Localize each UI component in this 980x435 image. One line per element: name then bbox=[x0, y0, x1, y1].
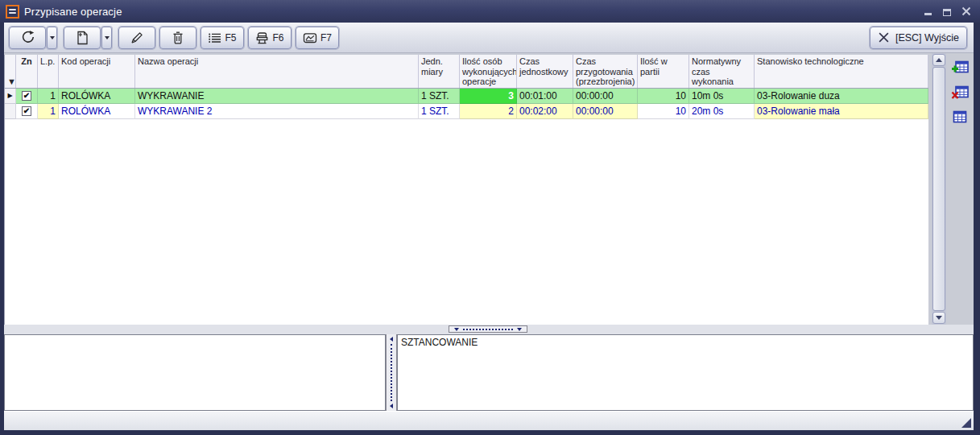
table-add-button[interactable] bbox=[951, 60, 969, 75]
row-indicator-icon: ▶ bbox=[5, 89, 16, 104]
column-header-nazwa-operacji[interactable]: Nazwa operacji bbox=[135, 55, 419, 88]
cell-jedn-miary[interactable]: 1 SZT. bbox=[419, 89, 460, 104]
zn-checkbox[interactable]: ✔ bbox=[22, 91, 31, 101]
edit-button[interactable] bbox=[118, 27, 155, 49]
app-window: Przypisane operacje bbox=[0, 0, 980, 435]
f5-label: F5 bbox=[225, 32, 236, 44]
window-title: Przypisane operacje bbox=[24, 6, 122, 18]
refresh-button[interactable] bbox=[9, 27, 46, 49]
add-dropdown-button[interactable] bbox=[101, 27, 112, 49]
machine-icon bbox=[255, 31, 269, 44]
column-header-stanowisko[interactable]: Stanowisko technologiczne bbox=[755, 55, 928, 88]
close-icon bbox=[961, 6, 971, 16]
grid-area: ▼ Zn L.p. Kod operacji Nazwa operacji Je… bbox=[4, 53, 932, 325]
grid-header-row: ▼ Zn L.p. Kod operacji Nazwa operacji Je… bbox=[5, 55, 928, 89]
column-header-kod-operacji[interactable]: Kod operacji bbox=[59, 55, 135, 88]
grid-empty-area bbox=[5, 119, 928, 325]
collapse-left-icon bbox=[390, 404, 393, 408]
column-header-zn[interactable]: Zn bbox=[16, 55, 38, 88]
chevron-down-icon bbox=[105, 36, 110, 39]
minimize-button[interactable] bbox=[922, 6, 933, 16]
cell-zn: ✔ bbox=[16, 89, 38, 104]
list-f5-button[interactable]: F5 bbox=[201, 27, 244, 49]
splitter-dots bbox=[391, 344, 392, 401]
resize-grip[interactable] bbox=[961, 418, 971, 428]
cell-ilosc-osob[interactable]: 2 bbox=[460, 104, 517, 119]
splitter-dots bbox=[463, 329, 513, 330]
cell-lp[interactable]: 1 bbox=[38, 89, 59, 104]
maximize-icon bbox=[943, 9, 951, 16]
f7-label: F7 bbox=[320, 32, 332, 44]
trash-icon bbox=[171, 31, 185, 45]
zn-checkbox[interactable]: ✔ bbox=[22, 106, 31, 116]
cell-czas-jednostkowy[interactable]: 00:01:00 bbox=[517, 89, 573, 104]
vertical-splitter[interactable] bbox=[386, 334, 397, 411]
horizontal-splitter[interactable] bbox=[4, 325, 974, 334]
collapse-down-icon bbox=[517, 328, 522, 331]
arrow-up-icon bbox=[936, 58, 942, 62]
refresh-icon bbox=[20, 30, 35, 45]
scrollbar-thumb[interactable] bbox=[932, 67, 945, 311]
titlebar: Przypisane operacje bbox=[0, 0, 980, 23]
scroll-up-button[interactable] bbox=[932, 54, 945, 66]
vertical-scrollbar[interactable] bbox=[932, 53, 946, 325]
cell-czas-przygotowania[interactable]: 00:00:00 bbox=[573, 89, 638, 104]
cell-kod-operacji[interactable]: ROLÓWKA bbox=[59, 104, 135, 119]
cell-ilosc-w-partii[interactable]: 10 bbox=[638, 89, 689, 104]
exit-label: [ESC] Wyjście bbox=[895, 32, 959, 44]
cell-czas-jednostkowy[interactable]: 00:02:00 bbox=[517, 104, 573, 119]
cell-nazwa-operacji[interactable]: WYKRAWANIE 2 bbox=[135, 104, 419, 119]
cell-ilosc-w-partii[interactable]: 10 bbox=[638, 104, 689, 119]
side-toolbar bbox=[946, 53, 974, 325]
column-header-jedn-miary[interactable]: Jedn. miary bbox=[419, 55, 460, 88]
close-x-icon bbox=[878, 31, 890, 44]
row-indicator-empty bbox=[5, 104, 16, 119]
note-field-right[interactable]: SZTANCOWANIE bbox=[397, 334, 974, 411]
table-view-button[interactable] bbox=[951, 110, 969, 125]
arrow-down-icon bbox=[936, 316, 942, 320]
collapse-left-icon bbox=[390, 337, 393, 342]
chevron-down-icon bbox=[50, 36, 55, 39]
toolbar: F5 F6 F7 bbox=[4, 23, 974, 53]
table-row[interactable]: ✔ 1 ROLÓWKA WYKRAWANIE 2 1 SZT. 2 00:02:… bbox=[5, 104, 928, 119]
cell-ilosc-osob-selected[interactable]: 3 bbox=[460, 89, 517, 104]
cell-stanowisko[interactable]: 03-Rolowanie mała bbox=[755, 104, 928, 119]
cell-normatywny-czas[interactable]: 10m 0s bbox=[689, 89, 755, 104]
cell-kod-operacji[interactable]: ROLÓWKA bbox=[59, 89, 135, 104]
exit-button[interactable]: [ESC] Wyjście bbox=[870, 27, 967, 49]
minimize-icon bbox=[924, 13, 932, 15]
new-document-icon bbox=[75, 31, 89, 45]
column-header-ilosc-w-partii[interactable]: Ilość w partii bbox=[638, 55, 689, 88]
chart-f7-button[interactable]: F7 bbox=[296, 27, 339, 49]
table-delete-button[interactable] bbox=[951, 85, 969, 100]
filter-button[interactable]: ▼ bbox=[5, 55, 16, 88]
collapse-down-icon bbox=[454, 328, 459, 331]
column-header-czas-przygotowania[interactable]: Czas przygotowania (przezbrojenia) bbox=[573, 55, 638, 88]
delete-button[interactable] bbox=[159, 27, 196, 49]
add-button[interactable] bbox=[64, 27, 101, 49]
column-header-czas-jednostkowy[interactable]: Czas jednostkowy bbox=[517, 55, 573, 88]
status-bar bbox=[4, 411, 974, 430]
maximize-button[interactable] bbox=[941, 6, 953, 16]
column-header-lp[interactable]: L.p. bbox=[38, 55, 59, 88]
close-button[interactable] bbox=[961, 6, 972, 16]
note-field-left[interactable] bbox=[4, 334, 386, 411]
bottom-panels: SZTANCOWANIE bbox=[4, 334, 974, 411]
chart-icon bbox=[303, 31, 317, 44]
cell-zn: ✔ bbox=[16, 104, 38, 119]
scroll-down-button[interactable] bbox=[932, 312, 945, 324]
workstation-f6-button[interactable]: F6 bbox=[248, 27, 292, 49]
splitter-collapse-handle[interactable] bbox=[449, 325, 527, 333]
cell-nazwa-operacji[interactable]: WYKRAWANIE bbox=[135, 89, 419, 104]
cell-lp[interactable]: 1 bbox=[38, 104, 59, 119]
table-row[interactable]: ▶ ✔ 1 ROLÓWKA WYKRAWANIE 1 SZT. 3 00:01:… bbox=[5, 89, 928, 104]
column-header-normatywny-czas[interactable]: Normatywny czas wykonania partii bbox=[689, 55, 755, 88]
cell-czas-przygotowania[interactable]: 00:00:00 bbox=[573, 104, 638, 119]
cell-jedn-miary[interactable]: 1 SZT. bbox=[419, 104, 460, 119]
cell-normatywny-czas[interactable]: 20m 0s bbox=[689, 104, 755, 119]
app-logo-icon bbox=[6, 5, 19, 19]
column-header-ilosc-osob[interactable]: Ilość osób wykonujących operacje bbox=[460, 55, 517, 88]
pencil-icon bbox=[130, 31, 144, 45]
cell-stanowisko[interactable]: 03-Rolowanie duza bbox=[755, 89, 928, 104]
refresh-dropdown-button[interactable] bbox=[47, 27, 57, 49]
